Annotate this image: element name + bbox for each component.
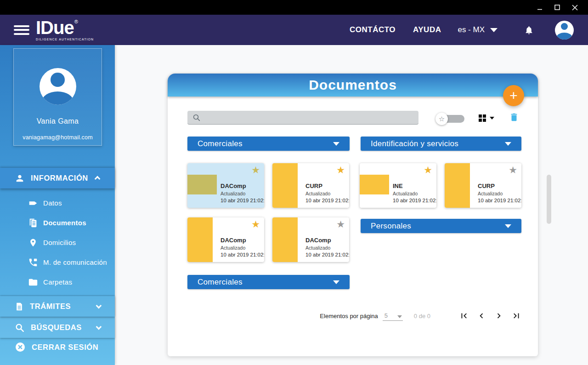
document-card[interactable]: ★ DAComp Actualizado 10 abr 2019 21:02:5… — [187, 163, 264, 208]
notifications-bell-icon[interactable] — [524, 25, 534, 35]
chevron-down-icon — [333, 280, 339, 284]
pagination-nav — [452, 311, 521, 321]
header-nav: CONTÁCTO AYUDA es - MX — [350, 21, 588, 40]
nav-contact[interactable]: CONTÁCTO — [350, 25, 396, 34]
app-window: IDue ® DILIGENCE AUTHENTICATION CONTÁCTO… — [0, 0, 588, 365]
last-page-button[interactable] — [511, 311, 521, 321]
document-title: INE — [393, 182, 435, 189]
pagination: Elementos por página 5 0 de 0 — [320, 308, 521, 324]
sidebar-item-documentos[interactable]: Documentos — [0, 213, 115, 233]
sidebar-menu: Datos Documentos Domicilios — [0, 193, 115, 292]
document-date: 10 abr 2019 21:02:50 — [220, 252, 262, 257]
avatar-head — [561, 23, 568, 30]
document-status: Actualizado — [220, 245, 262, 251]
maximize-icon — [554, 5, 560, 10]
first-page-button[interactable] — [459, 311, 469, 321]
star-icon[interactable]: ★ — [251, 219, 260, 229]
document-date: 10 abr 2019 21:02:50 — [393, 198, 435, 203]
logo-subtitle: DILIGENCE AUTHENTICATION — [36, 38, 94, 41]
star-icon[interactable]: ★ — [336, 219, 345, 229]
document-title: DAComp — [220, 182, 262, 189]
search-input[interactable] — [187, 111, 418, 125]
star-icon[interactable]: ★ — [424, 165, 432, 175]
app-logo[interactable]: IDue ® DILIGENCE AUTHENTICATION — [36, 18, 94, 41]
nav-help[interactable]: AYUDA — [413, 25, 441, 34]
category-bar-comerciales[interactable]: Comerciales — [187, 137, 350, 151]
avatar-shoulders — [556, 33, 572, 40]
document-date: 10 abr 2019 21:02:50 — [478, 198, 520, 203]
documents-panel: Documentos + ☆ Comerciales — [168, 74, 538, 356]
next-page-button[interactable] — [494, 311, 504, 321]
document-title: CURP — [305, 182, 347, 189]
document-card[interactable]: ★ DAComp Actualizado 10 abr 2019 21:02:5… — [187, 217, 264, 262]
chevron-down-icon — [96, 324, 102, 330]
document-status: Actualizado — [393, 191, 435, 196]
close-button[interactable] — [566, 0, 583, 15]
document-card[interactable]: ★ CURP Actualizado 10 abr 2019 21:02:50 — [445, 163, 521, 208]
maximize-button[interactable] — [548, 0, 566, 15]
star-icon[interactable]: ★ — [251, 165, 260, 175]
items-per-page-select[interactable]: 5 — [383, 311, 403, 321]
sidebar-section-tramites[interactable]: TRÁMITES — [0, 296, 115, 317]
category-bar-comerciales-2[interactable]: Comerciales — [187, 275, 350, 289]
star-outline-icon: ☆ — [435, 113, 448, 125]
phone-icon — [28, 257, 39, 268]
search-box — [187, 111, 418, 125]
minimize-button[interactable] — [531, 0, 548, 15]
caret-down-icon — [490, 117, 494, 120]
trash-button[interactable] — [509, 112, 519, 123]
chevron-left-icon — [476, 311, 486, 321]
sidebar-item-domicilios[interactable]: Domicilios — [0, 233, 115, 252]
map-pin-icon — [28, 238, 39, 248]
chevron-down-icon — [96, 303, 102, 309]
sidebar-section-busquedas[interactable]: BÚSQUEDAS — [0, 317, 115, 338]
star-icon[interactable]: ★ — [509, 165, 517, 175]
favorites-toggle[interactable]: ☆ — [435, 113, 464, 125]
language-selector[interactable]: es - MX — [458, 25, 498, 34]
category-bar-identificacion[interactable]: Identificación y servicios — [361, 137, 521, 151]
document-card[interactable]: ★ CURP Actualizado 10 abr 2019 21:02:50 — [272, 163, 349, 208]
document-title: CURP — [478, 182, 520, 189]
page-title: Documentos — [309, 77, 397, 93]
card-icon — [28, 198, 39, 208]
document-thumbnail — [187, 175, 217, 194]
document-thumbnail — [187, 217, 213, 262]
document-title: DAComp — [220, 237, 262, 244]
user-avatar[interactable] — [555, 21, 574, 40]
scrollbar-thumb[interactable] — [547, 175, 551, 224]
document-status: Actualizado — [305, 245, 347, 251]
sidebar-logout[interactable]: CERRAR SESIÓN — [0, 337, 115, 357]
trash-icon — [509, 112, 519, 123]
menu-icon[interactable] — [14, 23, 29, 37]
folder-icon — [28, 277, 39, 287]
document-card[interactable]: ★ DAComp Actualizado 10 abr 2019 21:02:5… — [272, 217, 349, 262]
document-thumbnail — [272, 163, 298, 208]
star-icon[interactable]: ★ — [336, 165, 345, 175]
minimize-icon — [537, 5, 543, 10]
registered-mark: ® — [74, 19, 78, 24]
document-icon — [15, 302, 24, 312]
sidebar: Vania Gama vaniagamag@hotmail.com INFORM… — [0, 45, 115, 365]
chevron-down-icon — [505, 224, 511, 228]
category-bar-personales[interactable]: Personales — [361, 219, 521, 233]
sidebar-item-carpetas[interactable]: Carpetas — [0, 272, 115, 292]
view-mode-button[interactable] — [479, 114, 494, 122]
sidebar-section-informacion[interactable]: INFORMACIÓN — [0, 168, 115, 188]
page-range: 0 de 0 — [414, 313, 430, 319]
document-status: Actualizado — [478, 191, 520, 196]
document-thumbnail — [360, 175, 389, 194]
document-title: DAComp — [305, 237, 347, 244]
document-date: 10 abr 2019 21:02:50 — [220, 198, 262, 203]
window-titlebar — [0, 0, 588, 15]
chevron-up-icon — [95, 176, 101, 182]
document-status: Actualizado — [220, 191, 262, 196]
close-icon — [572, 5, 578, 11]
person-icon — [15, 173, 25, 183]
previous-page-button[interactable] — [476, 311, 486, 321]
document-date: 10 abr 2019 21:02:50 — [305, 252, 347, 257]
add-document-button[interactable]: + — [503, 85, 524, 106]
sidebar-item-datos[interactable]: Datos — [0, 193, 115, 213]
document-card[interactable]: ★ INE Actualizado 10 abr 2019 21:02:50 — [360, 163, 436, 208]
chevron-right-icon — [494, 311, 504, 321]
sidebar-item-comunicacion[interactable]: M. de comunicación — [0, 252, 115, 272]
